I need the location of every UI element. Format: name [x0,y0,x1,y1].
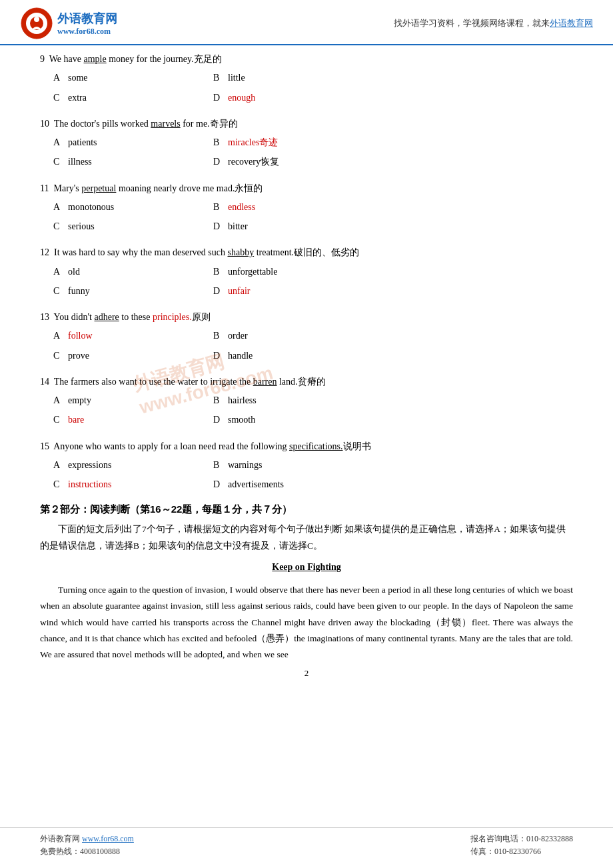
q12-option-d: Dunfair [213,283,373,299]
q11-option-c: Cserious [53,218,213,235]
question-14: 14 The farmers also want to use the wate… [40,375,573,429]
header-tagline-link[interactable]: 外语教育网 [550,18,593,28]
q9-option-d: Denough [213,89,373,106]
q14-option-a: Aempty [53,392,213,409]
footer-left-line2: 免费热线：4008100888 [40,846,134,857]
question-13: 13 You didn't adhere to these principles… [40,310,573,364]
q9-options-2: Cextra Denough [53,89,573,106]
q12-options: Aold Bunforgettable [53,263,573,280]
q13-options: Afollow Border [53,327,573,344]
svg-point-3 [34,17,39,22]
section2-desc: 下面的短文后列出了7个句子，请根据短文的内容对每个句子做出判断 如果该句提供的是… [40,521,573,554]
page-wrapper: 外语教育网 www.for68.com 找外语学习资料，学视频网络课程，就来外语… [0,0,613,868]
q10-option-c: Cillness [53,153,213,170]
footer-url[interactable]: www.for68.com [82,834,134,843]
logo-area: 外语教育网 www.for68.com [20,7,117,40]
question-15-text: 15 Anyone who wants to apply for a loan … [40,439,573,454]
question-14-text: 14 The farmers also want to use the wate… [40,375,573,389]
q10-option-b: Bmiracles奇迹 [213,134,373,151]
q11-option-b: Bendless [213,199,373,215]
q11-option-d: Dbitter [213,218,373,235]
q15-option-c: Cinstructions [53,476,213,493]
q14-options: Aempty Bhairless [53,392,573,409]
footer-right-line2: 传真：010-82330766 [470,846,573,857]
q10-option-d: Drecovery恢复 [213,153,373,170]
q10-options-2: Cillness Drecovery恢复 [53,153,573,170]
q14-options-2: Cbare Dsmooth [53,411,573,428]
q14-option-d: Dsmooth [213,411,373,428]
question-15: 15 Anyone who wants to apply for a loan … [40,439,573,493]
section2-title: 第２部分：阅读判断（第16～22题，每题１分，共７分） [40,503,573,516]
q15-option-b: Bwarnings [213,457,373,473]
footer-right: 报名咨询电话：010-82332888 传真：010-82330766 [470,833,573,857]
question-11: 11 Mary's perpetual moaning nearly drove… [40,181,573,235]
q15-option-d: Dadvertisements [213,476,373,493]
question-12: 12 It was hard to say why the man deserv… [40,245,573,299]
footer: 外语教育网 www.for68.com 免费热线：4008100888 报名咨询… [0,827,613,857]
question-9: 9 We have ample money for the journey.充足… [40,52,573,106]
logo-text: 外语教育网 www.for68.com [57,11,117,37]
question-13-text: 13 You didn't adhere to these principles… [40,310,573,325]
header-tagline: 找外语学习资料，学视频网络课程，就来外语教育网 [394,17,593,29]
footer-left: 外语教育网 www.for68.com 免费热线：4008100888 [40,833,134,857]
passage-text: Turning once again to the question of in… [40,582,573,663]
q10-keyword: marvels [151,119,180,129]
q14-option-b: Bhairless [213,392,373,409]
q12-keyword: shabby [227,247,254,257]
q12-option-b: Bunforgettable [213,263,373,280]
header: 外语教育网 www.for68.com 找外语学习资料，学视频网络课程，就来外语… [0,0,613,45]
q12-option-a: Aold [53,263,213,280]
q10-options: Apatients Bmiracles奇迹 [53,134,573,151]
page-number: 2 [40,668,573,679]
q9-option-c: Cextra [53,89,213,106]
question-10-text: 10 The doctor's pills worked marvels for… [40,117,573,131]
q9-option-a: Asome [53,69,213,86]
footer-left-line1: 外语教育网 www.for68.com [40,833,134,845]
q15-options-2: Cinstructions Dadvertisements [53,476,573,493]
question-9-text: 9 We have ample money for the journey.充足… [40,52,573,67]
q13-options-2: Cprove Dhandle [53,347,573,364]
q13-keyword2: principles. [153,312,192,322]
q11-option-a: Amonotonous [53,199,213,215]
q15-option-a: Aexpressions [53,457,213,473]
question-10: 10 The doctor's pills worked marvels for… [40,117,573,171]
q15-keyword: specifications. [289,441,342,451]
q11-options-2: Cserious Dbitter [53,218,573,235]
q9-options: Asome Blittle [53,69,573,86]
q9-keyword: ample [83,54,106,64]
q10-option-a: Apatients [53,134,213,151]
q12-options-2: Cfunny Dunfair [53,283,573,299]
passage-title: Keep on Fighting [40,562,573,573]
logo-url: www.for68.com [57,27,117,37]
q13-keyword: adhere [95,312,119,322]
question-11-text: 11 Mary's perpetual moaning nearly drove… [40,181,573,196]
q11-options: Amonotonous Bendless [53,199,573,215]
q13-option-b: Border [213,327,373,344]
q13-option-a: Afollow [53,327,213,344]
q9-option-b: Blittle [213,69,373,86]
q12-option-c: Cfunny [53,283,213,299]
footer-right-line1: 报名咨询电话：010-82332888 [470,833,573,845]
logo-icon [20,7,53,40]
q13-option-c: Cprove [53,347,213,364]
logo-name: 外语教育网 [57,11,117,27]
q13-option-d: Dhandle [213,347,373,364]
q11-keyword: perpetual [81,183,116,193]
question-12-text: 12 It was hard to say why the man deserv… [40,245,573,260]
q15-options: Aexpressions Bwarnings [53,457,573,473]
q14-keyword: barren [253,377,277,387]
content: 9 We have ample money for the journey.充足… [0,45,613,695]
q14-option-c: Cbare [53,411,213,428]
